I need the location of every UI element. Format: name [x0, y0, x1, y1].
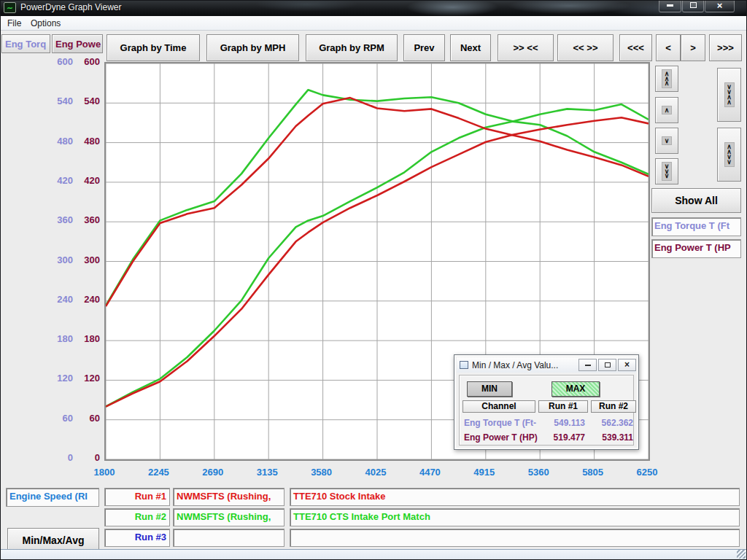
dialog-close-button[interactable]: ×	[618, 359, 636, 371]
column-header-run2[interactable]: Run #2	[591, 400, 636, 413]
x-tick-label-rpm: 2245	[135, 467, 182, 478]
dialog-minimize-icon	[585, 365, 591, 366]
scroll-last-button[interactable]: >>>	[709, 34, 742, 61]
y-tick-label-power: 120	[0, 373, 100, 384]
y-tick-label-power: 600	[0, 56, 100, 67]
x-tick-label-rpm: 3580	[298, 467, 345, 478]
triple-chevron-up-icon: ∧∧∧	[662, 69, 672, 88]
chevron-down-icon: ∨	[662, 136, 672, 146]
minmax-dialog-body: MIN MAX Channel Run #1 Run #2 Eng Torque…	[459, 375, 634, 446]
x-tick-label-rpm: 3135	[244, 467, 290, 478]
y-tick-label-power: 240	[0, 294, 100, 305]
x-tick-label-rpm: 5805	[570, 467, 616, 478]
minmax-row-torque-channel: Eng Torque T (Ft-	[464, 418, 536, 428]
dialog-minimize-button[interactable]	[578, 359, 597, 371]
minmax-torque-run2-value: 562.362	[589, 418, 633, 428]
tab-eng-torque[interactable]: Eng Torq	[1, 34, 50, 53]
y-tick-label-power: 540	[0, 96, 100, 106]
run1-label: Run #1	[104, 488, 170, 506]
triple-chevron-down-icon: ∨∨∨	[662, 162, 672, 181]
chevron-up-icon: ∧	[662, 106, 672, 115]
run1-desc-box: TTE710 Stock Intake	[290, 488, 740, 506]
tab-eng-power[interactable]: Eng Powe	[52, 34, 103, 53]
window-title: PowerDyne Graph Viewer	[20, 2, 122, 12]
minmax-power-run1-value: 519.477	[541, 432, 585, 443]
run3-label: Run #3	[104, 529, 170, 547]
graph-by-time-button[interactable]: Graph by Time	[107, 34, 200, 61]
dialog-close-icon: ×	[624, 359, 630, 370]
title-bar: ∼ PowerDyne Graph Viewer ×	[0, 0, 747, 16]
y-tick-label-power: 60	[0, 413, 100, 424]
scroll-up-button[interactable]: ∧	[655, 97, 678, 123]
collapse-chevrons-icon: ∨∨∧∧	[724, 82, 735, 107]
y-tick-label-power: 300	[0, 254, 100, 265]
scroll-down-button[interactable]: ∨	[655, 128, 678, 154]
scroll-first-button[interactable]: <<<	[619, 34, 652, 61]
minmax-dialog-titlebar[interactable]: Min / Max / Avg Valu... ×	[457, 357, 636, 373]
status-bar	[0, 549, 747, 560]
run2-desc-box: TTE710 CTS Intake Port Match	[290, 508, 740, 526]
step-back-button[interactable]: <	[656, 34, 681, 61]
x-tick-label-rpm: 5360	[515, 467, 562, 478]
menu-options[interactable]: Options	[28, 18, 63, 29]
run3-name-box	[173, 529, 285, 547]
y-tick-label-power: 0	[0, 452, 100, 463]
max-toggle-button[interactable]: MAX	[551, 381, 600, 397]
expand-y-scale-button[interactable]: ∧∧∨∨	[717, 128, 741, 182]
x-tick-label-rpm: 4470	[406, 467, 453, 478]
maximize-icon	[690, 2, 697, 8]
minmax-torque-run1-value: 549.113	[541, 418, 585, 428]
expand-chevrons-icon: ∧∧∨∨	[724, 142, 735, 167]
legend-eng-power[interactable]: Eng Power T (HP	[651, 239, 741, 258]
zoom-out-x-button[interactable]: << >>	[557, 34, 614, 61]
run3-desc-box	[290, 529, 740, 547]
graph-by-rpm-button[interactable]: Graph by RPM	[306, 34, 398, 61]
x-channel-box[interactable]: Engine Speed (RI	[6, 488, 99, 507]
minmax-dialog: Min / Max / Avg Valu... × MIN MAX Channe…	[454, 354, 639, 450]
dialog-restore-icon	[605, 362, 611, 368]
minimize-button[interactable]	[659, 0, 681, 12]
maximize-button[interactable]	[682, 0, 704, 12]
x-tick-label-rpm: 1800	[81, 467, 128, 478]
scroll-up-fast-button[interactable]: ∧∧∧	[655, 66, 678, 92]
minimize-icon	[667, 4, 673, 7]
close-icon: ×	[717, 0, 723, 11]
x-tick-label-rpm: 6250	[624, 467, 670, 478]
next-button[interactable]: Next	[450, 34, 491, 61]
min-toggle-button[interactable]: MIN	[467, 381, 512, 397]
run2-name-box: NWMSFTS (Rushing,	[173, 508, 285, 526]
x-tick-label-rpm: 4915	[461, 467, 508, 478]
run1-name-box: NWMSFTS (Rushing,	[173, 488, 285, 506]
minmax-power-run2-value: 539.311	[589, 432, 633, 443]
x-tick-label-rpm: 4025	[352, 467, 399, 478]
y-tick-label-power: 360	[0, 214, 100, 225]
resize-grip-icon[interactable]	[737, 550, 746, 559]
legend-eng-torque[interactable]: Eng Torque T (Ft	[651, 217, 741, 236]
y-tick-label-power: 480	[0, 136, 100, 147]
zoom-in-x-button[interactable]: >> <<	[498, 34, 554, 61]
minmax-row-power-channel: Eng Power T (HP)	[464, 432, 538, 443]
x-tick-label-rpm: 2690	[190, 467, 236, 478]
close-button[interactable]: ×	[705, 0, 735, 12]
y-tick-label-power: 180	[0, 333, 100, 344]
dialog-icon	[460, 361, 468, 369]
scroll-down-fast-button[interactable]: ∨∨∨	[655, 158, 678, 184]
column-header-run1[interactable]: Run #1	[538, 400, 588, 413]
column-header-channel[interactable]: Channel	[462, 400, 535, 413]
menu-bar	[0, 16, 747, 31]
step-forward-button[interactable]: >	[681, 34, 705, 61]
app-icon: ∼	[4, 2, 16, 13]
collapse-y-scale-button[interactable]: ∨∨∧∧	[717, 68, 741, 122]
dialog-restore-button[interactable]	[598, 359, 616, 371]
y-tick-label-power: 420	[0, 175, 100, 186]
dialog-title: Min / Max / Avg Valu...	[472, 360, 577, 370]
show-all-button[interactable]: Show All	[651, 188, 741, 213]
menu-file[interactable]: File	[4, 18, 24, 29]
prev-button[interactable]: Prev	[403, 34, 445, 61]
graph-by-mph-button[interactable]: Graph by MPH	[206, 34, 299, 61]
run2-label: Run #2	[104, 508, 170, 526]
